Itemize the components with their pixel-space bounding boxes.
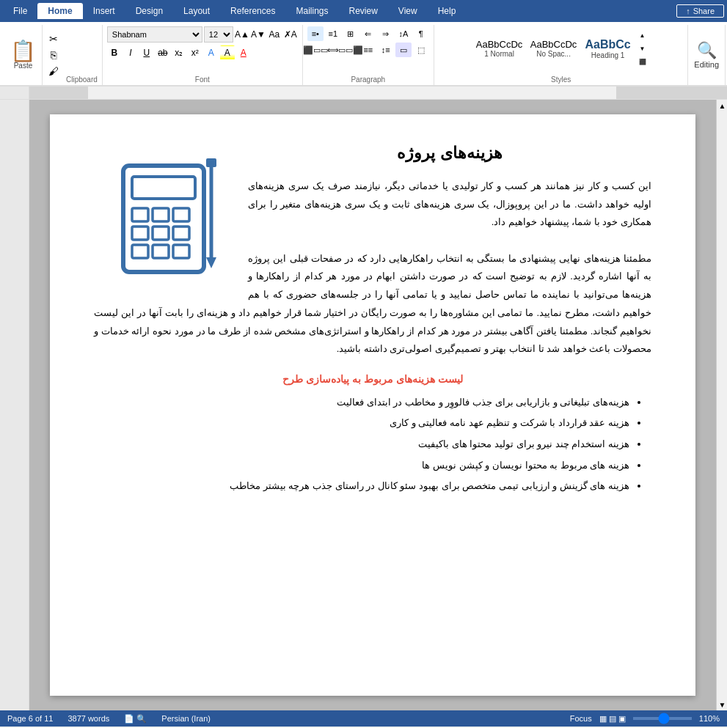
strikethrough-button[interactable]: ab [156, 45, 170, 60]
ribbon-toolbar: 📋 Paste ✂ ⎘ 🖌 Clipboard Shabnam 12 A▲ A▼… [0, 22, 727, 87]
align-right-button[interactable]: ▭▭⬛ [343, 43, 359, 57]
decrease-indent-button[interactable]: ⇐ [360, 26, 376, 41]
line-spacing-button[interactable]: ↕≡ [378, 43, 394, 57]
underline-button[interactable]: U [139, 45, 154, 60]
tab-design[interactable]: Design [125, 3, 173, 19]
calculator-illustration [101, 144, 248, 290]
scrollbar-right[interactable]: ▲ ▼ [716, 100, 727, 710]
scroll-down-button[interactable]: ▼ [717, 699, 727, 710]
ruler-content [29, 87, 727, 99]
status-right: Focus ▦ ▤ ▣ 110% [570, 714, 720, 724]
svg-rect-7 [132, 227, 148, 240]
clipboard-small-buttons: ✂ ⎘ 🖌 [43, 25, 65, 85]
clipboard-group: 📋 Paste ✂ ⎘ 🖌 Clipboard [1, 25, 103, 85]
font-label: Font [195, 76, 210, 85]
share-icon: ↑ [686, 7, 690, 15]
tab-layout[interactable]: Layout [173, 3, 220, 19]
paste-label: Paste [14, 62, 33, 70]
svg-rect-4 [132, 208, 148, 221]
cut-button[interactable]: ✂ [45, 32, 62, 46]
show-formatting-button[interactable]: ¶ [413, 26, 429, 41]
highlight-color-button[interactable]: A [220, 45, 235, 60]
italic-button[interactable]: I [123, 45, 138, 60]
editing-icon: 🔍 [697, 41, 717, 60]
tab-home[interactable]: Home [37, 3, 82, 19]
list-buttons-row: ≡• ≡1 ⊞ ⇐ ⇒ ↕A ¶ [307, 26, 429, 41]
ruler-bar [0, 87, 727, 100]
document-list: هزینه‌های تبلیغاتی و بازاریابی برای جذب … [94, 392, 651, 497]
copy-button[interactable]: ⎘ [45, 48, 62, 62]
page-info: Page 6 of 11 [7, 714, 53, 723]
paste-button[interactable]: 📋 Paste [4, 25, 43, 85]
paragraph-group: ≡• ≡1 ⊞ ⇐ ⇒ ↕A ¶ ⬛▭▭ ⟺ ▭▭⬛ ≡≡ ↕≡ ▭ ⬚ Par… [303, 25, 434, 85]
numbering-button[interactable]: ≡1 [325, 26, 341, 41]
zoom-slider[interactable] [633, 717, 692, 720]
tab-view[interactable]: View [388, 3, 428, 19]
align-buttons-row: ⬛▭▭ ⟺ ▭▭⬛ ≡≡ ↕≡ ▭ ⬚ [307, 43, 429, 57]
increase-indent-button[interactable]: ⇒ [378, 26, 394, 41]
svg-marker-14 [206, 257, 216, 268]
font-size-select[interactable]: 12 [204, 26, 233, 43]
styles-expand[interactable]: ⬛ [637, 56, 649, 67]
editing-label: Editing [694, 60, 719, 69]
scroll-up-button[interactable]: ▲ [717, 100, 727, 111]
font-name-select[interactable]: Shabnam [107, 26, 202, 43]
svg-rect-15 [206, 158, 216, 167]
doc-area: هزینه‌های پروژه این کسب و کار نیز همانند… [0, 100, 727, 710]
tab-review[interactable]: Review [338, 3, 387, 19]
svg-rect-10 [132, 245, 148, 258]
multilevel-list-button[interactable]: ⊞ [343, 26, 359, 41]
style-no-spacing[interactable]: AaBbCcDc No Spac... [528, 25, 580, 72]
zoom-level: 110% [699, 714, 720, 723]
font-color-button[interactable]: A [236, 45, 251, 60]
justify-button[interactable]: ≡≡ [360, 43, 376, 57]
tab-mailings[interactable]: Mailings [285, 3, 338, 19]
tab-references[interactable]: References [220, 3, 285, 19]
shading-button[interactable]: ▭ [395, 43, 412, 57]
left-margin [0, 100, 29, 710]
style-heading1[interactable]: AaBbCc Heading 1 [582, 25, 634, 72]
border-button[interactable]: ⬚ [413, 43, 429, 57]
list-item-1: هزینه‌های تبلیغاتی و بازاریابی برای جذب … [94, 392, 629, 413]
clear-format-button[interactable]: ✗A [283, 27, 298, 42]
bullets-button[interactable]: ≡• [307, 26, 324, 41]
style-normal-preview: AaBbCcDc [476, 39, 523, 51]
share-button[interactable]: ↑ Share [676, 4, 724, 18]
style-normal[interactable]: AaBbCcDc 1 Normal [474, 25, 525, 72]
bold-button[interactable]: B [107, 45, 122, 60]
list-item-3: هزینه استخدام چند نیرو برای تولید محتوا … [94, 434, 629, 455]
tab-help[interactable]: Help [428, 3, 467, 19]
font-name-row: Shabnam 12 A▲ A▼ Aa ✗A [107, 26, 298, 43]
styles-scrollbar: ▲ ▼ ⬛ [637, 29, 649, 67]
format-painter-button[interactable]: 🖌 [45, 64, 62, 78]
sort-button[interactable]: ↕A [395, 26, 412, 41]
tab-insert[interactable]: Insert [83, 3, 125, 19]
tab-file[interactable]: File [3, 3, 37, 19]
svg-rect-8 [153, 227, 169, 240]
focus-label: Focus [570, 714, 592, 723]
text-effects-button[interactable]: A [204, 45, 219, 60]
subscript-button[interactable]: x₂ [172, 45, 186, 60]
ruler-corner [0, 87, 29, 99]
styles-scroll-down[interactable]: ▼ [637, 43, 649, 54]
align-left-button[interactable]: ⬛▭▭ [307, 43, 324, 57]
list-title: لیست هزینه‌های مربوط به پیاده‌سازی طرح [94, 373, 651, 385]
ruler-svg [29, 87, 727, 99]
status-bar: Page 6 of 11 3877 words 📄 🔍 Persian (Ira… [0, 710, 727, 727]
list-item-2: هزینه عقد قرارداد با شرکت و تنظیم عهد نا… [94, 413, 629, 434]
view-icons: ▦ ▤ ▣ [599, 714, 626, 724]
language: Persian (Iran) [161, 714, 211, 723]
list-item-4: هزینه های مربوط به محتوا نویسان و کپشن ن… [94, 455, 629, 477]
styles-label: Styles [551, 76, 571, 85]
shrink-font-button[interactable]: A▼ [251, 27, 266, 42]
change-case-button[interactable]: Aa [267, 27, 282, 42]
svg-rect-9 [173, 227, 189, 240]
grow-font-button[interactable]: A▲ [235, 27, 249, 42]
document-page: هزینه‌های پروژه این کسب و کار نیز همانند… [50, 114, 695, 696]
styles-scroll-up[interactable]: ▲ [637, 29, 649, 41]
svg-rect-5 [153, 208, 169, 221]
svg-rect-11 [153, 245, 169, 258]
superscript-button[interactable]: x² [188, 45, 202, 60]
paste-icon: 📋 [10, 41, 36, 62]
font-format-row: B I U ab x₂ x² A A A [107, 45, 251, 60]
